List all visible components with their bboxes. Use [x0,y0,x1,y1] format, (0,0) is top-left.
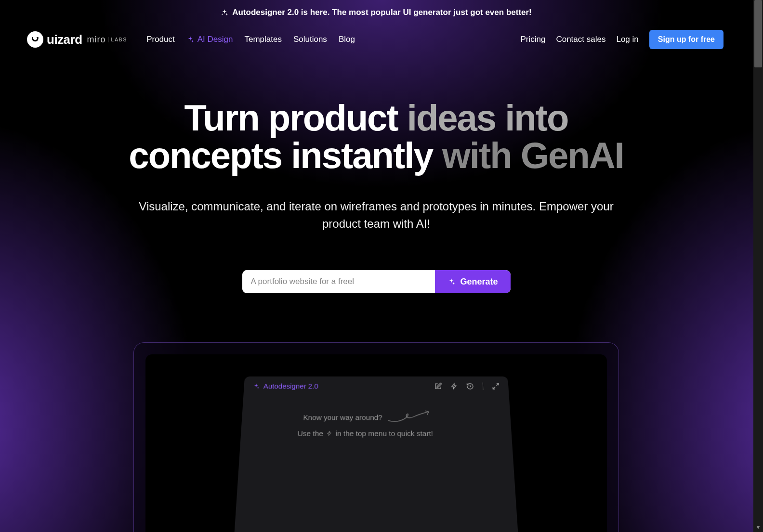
nav-link-contact[interactable]: Contact sales [556,35,605,44]
app-window-header: Autodesigner 2.0 [243,376,509,396]
lightning-icon[interactable] [450,382,458,390]
hint-text-a: Use the [297,429,323,437]
hero-title-part: Turn product [184,97,407,138]
nav-right: Pricing Contact sales Log in Sign up for… [520,30,724,49]
logo-sub-miro: miro [87,35,106,45]
nav-links: Product AI Design Templates Solutions Bl… [146,35,355,44]
prompt-input[interactable] [242,270,435,293]
hint-text-b: in the top menu to quick start! [335,429,433,437]
prompt-bar: Generate [242,270,511,293]
brand-logo[interactable]: uizard miro LABS [27,31,127,48]
generate-button[interactable]: Generate [435,270,510,293]
hero-title-part: concepts instantly [129,135,442,176]
scrollbar-down-arrow-icon[interactable]: ▼ [753,522,763,532]
scrollbar-track[interactable]: ▼ [753,0,763,532]
sparkle-icon [186,36,194,43]
lightning-icon [327,430,332,437]
svg-point-0 [37,37,38,38]
logo-main: uizard [27,31,82,48]
hero-subtitle: Visualize, communicate, and iterate on w… [138,198,615,233]
app-window-title-text: Autodesigner 2.0 [263,382,318,390]
hero: Turn product ideas into concepts instant… [0,57,752,532]
app-hint-line-1: Know your way around? [303,410,432,424]
app-window-body: Know your way around? Use the [240,396,513,453]
expand-icon[interactable] [492,382,500,390]
navbar: uizard miro LABS Product AI Design Templ… [0,20,752,57]
nav-link-pricing[interactable]: Pricing [520,35,545,44]
app-hint-line-2: Use the in the top menu to quick start! [297,429,433,437]
nav-link-label: AI Design [197,35,233,44]
signup-button[interactable]: Sign up for free [649,30,724,49]
sparkle-icon [221,9,228,16]
app-window: Autodesigner 2.0 [231,376,522,532]
nav-link-solutions[interactable]: Solutions [293,35,327,44]
hero-title-part: ideas into [407,97,568,138]
history-icon[interactable] [466,382,474,390]
nav-link-product[interactable]: Product [146,35,175,44]
preview-inner: Autodesigner 2.0 [145,354,607,532]
generate-button-label: Generate [460,277,498,287]
logo-sub-labs: LABS [108,37,128,42]
scrollbar-thumb[interactable] [754,0,762,67]
divider [483,382,484,390]
nav-link-login[interactable]: Log in [616,35,638,44]
banner-text: Autodesigner 2.0 is here. The most popul… [232,8,532,17]
arrow-doodle-icon [387,410,432,424]
hint-text: Know your way around? [303,413,382,421]
preview-frame: Autodesigner 2.0 [133,342,619,532]
logo-sub-brand: miro LABS [87,35,128,45]
sparkle-icon [447,278,455,285]
hero-title: Turn product ideas into concepts instant… [0,99,752,174]
nav-link-blog[interactable]: Blog [339,35,355,44]
content-viewport: Autodesigner 2.0 is here. The most popul… [0,0,752,532]
sparkle-icon [252,383,260,389]
logo-mark-icon [27,31,43,48]
logo-text: uizard [47,32,82,47]
app-window-title: Autodesigner 2.0 [252,382,318,390]
nav-link-ai-design[interactable]: AI Design [186,35,233,44]
app-header-icons [434,382,500,390]
nav-link-templates[interactable]: Templates [244,35,281,44]
hero-title-part: with GenAI [442,135,624,176]
announcement-banner[interactable]: Autodesigner 2.0 is here. The most popul… [0,0,752,20]
edit-icon[interactable] [434,382,442,390]
